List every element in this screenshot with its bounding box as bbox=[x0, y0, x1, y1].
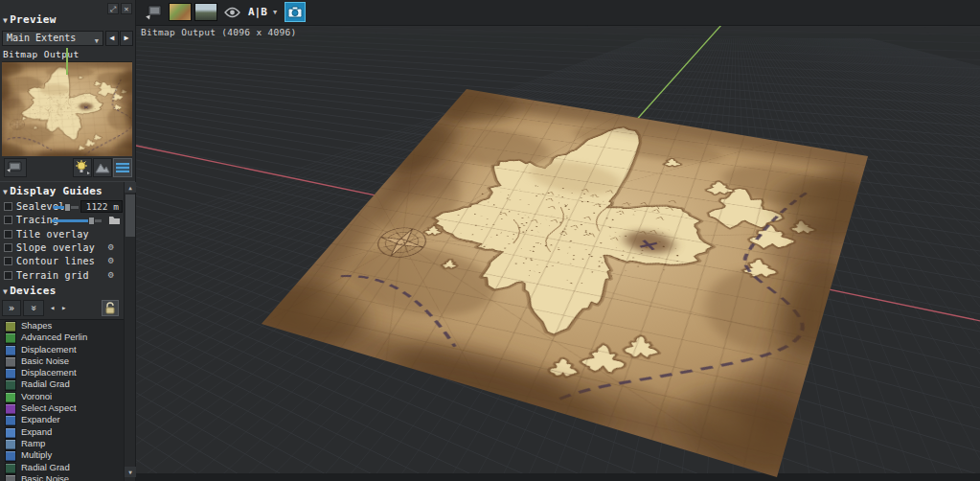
guide-row: Sealevel1122 m bbox=[0, 200, 123, 214]
device-type-icon bbox=[5, 332, 16, 344]
next-device-button[interactable]: ▸ bbox=[61, 303, 66, 312]
guide-row: Tile overlay bbox=[0, 228, 123, 241]
sealevel-view-button[interactable] bbox=[113, 158, 132, 177]
device-item[interactable]: Expand bbox=[0, 426, 124, 438]
guide-label: Terrain grid bbox=[16, 270, 89, 281]
device-item[interactable]: Multiply bbox=[0, 449, 124, 461]
lighting-button[interactable] bbox=[73, 158, 92, 177]
view-3d-button[interactable] bbox=[194, 3, 217, 21]
viewport-status-label: Bitmap Output (4096 x 4096) bbox=[141, 27, 297, 37]
float-panel-icon[interactable]: ⤢ bbox=[107, 3, 119, 14]
gear-icon[interactable]: ⚙ bbox=[108, 269, 114, 280]
checkbox[interactable] bbox=[4, 216, 12, 224]
devices-toolbar: » » ◂ ▸ bbox=[0, 300, 124, 317]
devices-header[interactable]: ▼Devices bbox=[3, 285, 57, 297]
viewport-3d[interactable]: A|B ▼ Bitmap Output (4096 x 4096) bbox=[135, 0, 980, 481]
slider-thumb[interactable] bbox=[64, 203, 71, 212]
display-guides-header[interactable]: ▼Display Guides bbox=[3, 185, 103, 197]
device-label: Basic Noise bbox=[21, 473, 69, 481]
device-type-icon bbox=[5, 321, 16, 332]
device-label: Select Aspect bbox=[21, 402, 77, 413]
device-label: Radial Grad bbox=[21, 462, 70, 472]
preview-header[interactable]: ▼Preview bbox=[3, 13, 57, 26]
slider-thumb[interactable] bbox=[88, 217, 95, 225]
device-item[interactable]: Basic Noise bbox=[0, 355, 124, 367]
lock-button[interactable] bbox=[102, 300, 119, 316]
thumbnail-green-axis bbox=[66, 48, 68, 75]
device-label: Ramp bbox=[21, 438, 45, 448]
checkbox[interactable] bbox=[4, 271, 12, 280]
device-label: Multiply bbox=[21, 449, 52, 460]
scrollbar-thumb[interactable] bbox=[125, 195, 135, 237]
checkbox[interactable] bbox=[4, 202, 12, 211]
guide-row: Slope overlay⚙ bbox=[0, 241, 123, 255]
mountain-icon bbox=[94, 159, 111, 176]
device-view-icon[interactable] bbox=[145, 4, 164, 21]
device-item[interactable]: Advanced Perlin bbox=[0, 332, 124, 343]
device-label: Expand bbox=[21, 426, 52, 437]
guide-row: Terrain grid⚙ bbox=[0, 269, 123, 283]
next-extent-button[interactable]: ▶ bbox=[120, 31, 133, 46]
device-type-icon bbox=[5, 379, 16, 391]
sealevel-value[interactable]: 1122 m bbox=[80, 200, 123, 213]
preview-panel: ⤢ ✕ ▼Preview Main Extents▼ ◀ ▶ Bitmap Ou… bbox=[0, 0, 136, 481]
device-item[interactable]: Displacement bbox=[0, 344, 124, 355]
device-type-icon bbox=[5, 463, 16, 474]
device-item[interactable]: Radial Grad bbox=[0, 378, 124, 390]
device-label: Voronoi bbox=[21, 391, 52, 401]
guide-label: Contour lines bbox=[16, 256, 95, 266]
camera-button[interactable] bbox=[285, 2, 306, 22]
gear-icon[interactable]: ⚙ bbox=[108, 241, 114, 252]
device-type-icon bbox=[5, 356, 16, 368]
device-type-icon bbox=[5, 474, 16, 481]
collapse-all-button[interactable]: » bbox=[23, 300, 44, 316]
close-panel-icon[interactable]: ✕ bbox=[121, 3, 132, 14]
folder-icon[interactable] bbox=[108, 215, 121, 225]
slider-track[interactable] bbox=[54, 206, 79, 209]
viewport-toolbar: A|B ▼ bbox=[136, 0, 980, 26]
ab-compare-button[interactable]: A|B bbox=[248, 6, 267, 18]
device-type-icon bbox=[5, 368, 16, 379]
collapse-icon: ▼ bbox=[3, 188, 8, 196]
eye-icon[interactable] bbox=[224, 7, 240, 18]
preview-output-label: Bitmap Output bbox=[3, 49, 80, 59]
sidebar-scrollbar[interactable]: ▲ ▼ bbox=[124, 182, 135, 481]
checkbox[interactable] bbox=[4, 243, 12, 252]
water-lines-icon bbox=[114, 159, 131, 176]
device-item[interactable]: Expander bbox=[0, 414, 124, 425]
device-label: Advanced Perlin bbox=[21, 332, 87, 342]
prev-extent-button[interactable]: ◀ bbox=[105, 31, 119, 46]
device-item[interactable]: Ramp bbox=[0, 438, 124, 449]
expand-all-button[interactable]: » bbox=[2, 300, 21, 316]
guide-label: Slope overlay bbox=[16, 242, 95, 253]
device-label: Expander bbox=[21, 414, 60, 424]
scroll-up-icon[interactable]: ▲ bbox=[125, 182, 136, 193]
export-device-button[interactable] bbox=[4, 158, 27, 177]
prev-device-button[interactable]: ◂ bbox=[50, 303, 55, 312]
device-item[interactable]: Shapes bbox=[0, 320, 124, 332]
device-type-icon bbox=[5, 403, 16, 415]
device-item[interactable]: Voronoi bbox=[0, 391, 124, 402]
view-2d-button[interactable] bbox=[169, 3, 192, 21]
slider-track[interactable] bbox=[52, 219, 102, 222]
device-type-icon bbox=[5, 392, 16, 403]
device-item[interactable]: Displacement bbox=[0, 367, 124, 378]
lightbulb-icon bbox=[74, 159, 91, 176]
device-type-icon bbox=[5, 450, 16, 462]
device-type-icon bbox=[5, 439, 16, 450]
device-item[interactable]: Basic Noise bbox=[0, 473, 124, 481]
terrain-view-button[interactable] bbox=[93, 158, 112, 177]
guide-row: Tracing bbox=[0, 214, 123, 227]
chevron-down-icon: ▼ bbox=[273, 9, 277, 16]
preview-thumbnail[interactable] bbox=[2, 61, 132, 156]
device-item[interactable]: Radial Grad bbox=[0, 462, 124, 473]
guide-label: Tile overlay bbox=[16, 229, 89, 240]
device-type-icon bbox=[5, 345, 16, 356]
checkbox[interactable] bbox=[4, 257, 12, 265]
gear-icon[interactable]: ⚙ bbox=[108, 255, 114, 265]
checkbox[interactable] bbox=[4, 230, 12, 239]
device-label: Basic Noise bbox=[21, 355, 69, 366]
extents-dropdown[interactable]: Main Extents▼ bbox=[2, 31, 103, 46]
device-item[interactable]: Select Aspect bbox=[0, 402, 124, 414]
scroll-down-icon[interactable]: ▼ bbox=[125, 467, 136, 477]
